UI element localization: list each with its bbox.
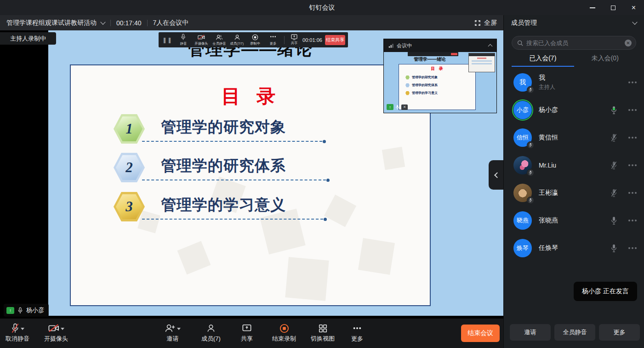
toolbar-camera-button[interactable]: 开摄像头 xyxy=(192,32,210,47)
member-row[interactable]: 晓燕 张晓燕 xyxy=(504,207,644,234)
divider xyxy=(110,20,111,26)
avatar-speaking-ring: 小彦 xyxy=(512,99,533,121)
member-name: Mr.Liu xyxy=(539,162,556,169)
toolbar-more-button[interactable]: 更多 xyxy=(264,32,282,47)
member-more-menu[interactable] xyxy=(628,245,637,251)
minimize-button[interactable] xyxy=(582,0,603,15)
unmute-button[interactable]: 取消静音 xyxy=(6,323,29,343)
mute-all-button[interactable]: 全员静音 xyxy=(554,324,595,341)
member-more-menu[interactable] xyxy=(628,218,637,223)
end-recording-button[interactable]: 结束录制 xyxy=(272,323,296,343)
member-name: 王彬瀛 xyxy=(539,189,558,197)
invite-button-sidebar[interactable]: 邀请 xyxy=(510,324,551,341)
member-more-menu[interactable] xyxy=(628,80,637,85)
avatar: 晓燕 xyxy=(512,210,533,231)
member-name: 张晓燕 xyxy=(539,216,558,225)
recording-active-icon xyxy=(279,324,289,333)
close-button[interactable]: × xyxy=(623,0,644,15)
avatar-photo xyxy=(512,182,533,203)
toolbar-recording-button[interactable]: 录制中 xyxy=(246,32,264,47)
participant-count: 7人在会议中 xyxy=(153,19,189,27)
switch-view-button[interactable]: 切换视图 xyxy=(311,323,335,343)
camera-options-caret-icon[interactable] xyxy=(61,328,64,330)
members-button[interactable]: 成员(7) xyxy=(201,323,221,343)
member-search[interactable]: ✕ xyxy=(512,36,636,50)
mic-muted-red-icon xyxy=(11,323,19,333)
meeting-title[interactable]: 管理学课程组观课试讲教研活动 xyxy=(6,19,97,27)
more-button-sidebar[interactable]: 更多 xyxy=(599,324,640,341)
mic-on-icon[interactable] xyxy=(609,215,618,226)
member-name: 黄信恒 xyxy=(539,133,558,142)
pip-collapse-chevron-up-icon[interactable] xyxy=(488,44,493,49)
invite-button[interactable]: 邀请 xyxy=(165,323,181,343)
dingtalk-meeting-window: 钉钉会议 × 管理学课程组观课试讲教研活动 00:17:40 7人在会议中 全屏… xyxy=(0,0,644,348)
member-more-menu[interactable] xyxy=(628,162,637,168)
member-tabs: 已入会(7) 未入会(0) xyxy=(504,54,644,67)
member-row[interactable]: 小彦 杨小彦 xyxy=(504,96,644,124)
mic-muted-icon[interactable] xyxy=(609,132,618,143)
toolbar-share-button[interactable]: 共享 xyxy=(287,32,302,47)
mic-muted-icon[interactable] xyxy=(609,187,618,198)
mic-options-caret-icon[interactable] xyxy=(21,328,24,330)
toc-item-3: 3 管理学的学习意义 xyxy=(114,191,399,225)
avatar-mic-muted-badge xyxy=(527,86,534,93)
drag-handle-icon[interactable]: ❚❚ xyxy=(162,37,172,43)
more-button[interactable]: 更多 xyxy=(351,323,363,343)
mic-on-icon[interactable] xyxy=(609,243,618,254)
member-row[interactable]: 信恒 黄信恒 xyxy=(504,124,644,151)
member-more-menu[interactable] xyxy=(628,135,637,140)
toolbar-members-button[interactable]: 成员(7/7) xyxy=(228,32,246,47)
end-meeting-button[interactable]: 结束会议 xyxy=(461,325,500,342)
invite-options-caret-icon[interactable] xyxy=(177,328,181,330)
window-title: 钉钉会议 xyxy=(309,4,335,12)
camera-on-button[interactable]: 开摄像头 xyxy=(44,323,68,343)
fullscreen-button[interactable]: 全屏 xyxy=(474,19,497,27)
member-more-menu[interactable] xyxy=(628,190,637,196)
person-icon xyxy=(234,34,240,41)
avatar-mic-muted-badge xyxy=(527,169,534,176)
toolbar-mute-all-button[interactable]: 全员静音 xyxy=(210,32,228,47)
clear-search-icon[interactable]: ✕ xyxy=(625,40,632,46)
pip-mini-end-share-chip xyxy=(451,53,457,55)
member-role: 主持人 xyxy=(539,83,555,91)
panel-chevron-down-icon[interactable] xyxy=(632,19,637,24)
slide-canvas: 目 录 1 管理学的研究对象 2 管理学的研究体系 3 管理学的学习意义 xyxy=(70,64,431,306)
window-titlebar: 钉钉会议 × xyxy=(0,0,644,15)
tab-not-joined[interactable]: 未入会(0) xyxy=(574,54,637,67)
toc-item-1: 1 管理学的研究对象 xyxy=(114,113,399,147)
pip-mini-badge xyxy=(405,83,410,87)
mic-active-icon[interactable] xyxy=(609,104,618,116)
search-input[interactable] xyxy=(526,40,625,46)
pip-status-badges: ↑ ✕ xyxy=(387,104,408,110)
shared-screen-area: 管理学——绪论 目 录 1 管理学的研究对象 2 管理学的研究体系 xyxy=(0,30,503,319)
pip-status-text: 会议中 xyxy=(397,42,412,49)
maximize-button[interactable] xyxy=(603,0,623,15)
toc-text-3: 管理学的学习意义 xyxy=(161,195,286,215)
toc-badge-1: 1 xyxy=(114,114,145,144)
member-row[interactable]: Mr.Liu xyxy=(504,151,644,179)
active-speaker-label: ↑ 杨小彦 xyxy=(4,304,49,317)
pip-mic-icon xyxy=(395,104,399,110)
pip-window[interactable]: 会议中 管理学——绪论 目 录 管理学的研究对象 管理学的研究体系 管理学的学习… xyxy=(384,39,496,113)
pip-mini-badge xyxy=(405,75,410,80)
member-row[interactable]: 王彬瀛 xyxy=(504,179,644,207)
person-icon xyxy=(206,324,216,333)
pip-mini-badge xyxy=(405,91,410,95)
mic-muted-icon[interactable] xyxy=(609,160,618,171)
tab-joined[interactable]: 已入会(7) xyxy=(512,54,574,67)
pip-mini-toc-item: 管理学的研究体系 xyxy=(405,83,475,87)
end-share-button[interactable]: 结束共享 xyxy=(325,35,345,45)
avatar: 焕琴 xyxy=(512,238,533,259)
toolbar-mute-button[interactable]: 静音 xyxy=(174,32,192,47)
avatar: 信恒 xyxy=(512,127,533,148)
search-icon xyxy=(517,40,523,46)
mic-icon xyxy=(180,34,186,41)
member-more-menu[interactable] xyxy=(628,107,637,113)
member-row-self[interactable]: 我 我 主持人 xyxy=(504,69,644,96)
sidebar-collapse-handle[interactable] xyxy=(489,160,503,190)
pip-video-preview: 管理学——绪论 目 录 管理学的研究对象 管理学的研究体系 管理学的学习意义 ↑ xyxy=(384,52,496,113)
member-row[interactable]: 焕琴 任焕琴 xyxy=(504,234,644,262)
toc-dashed-line xyxy=(142,141,322,142)
meeting-title-chevron-down-icon[interactable] xyxy=(100,19,105,24)
share-button[interactable]: 共享 xyxy=(241,323,253,343)
